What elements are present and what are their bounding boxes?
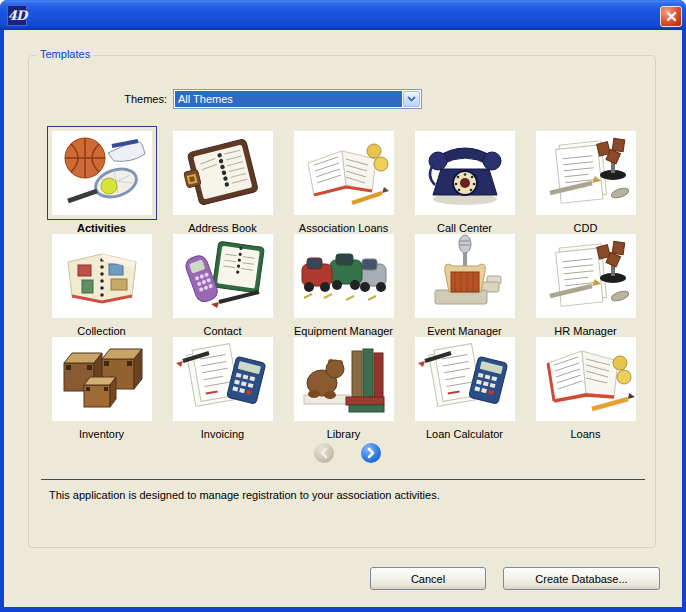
template-tile-loan-calculator[interactable]: Loan Calculator [404, 332, 525, 435]
app-logo-text: 4D [8, 8, 26, 23]
collection-thumbnail-icon [52, 234, 152, 318]
template-tile-loans[interactable]: Loans [525, 332, 646, 435]
selection-frame [289, 332, 399, 426]
template-tile-contact[interactable]: Contact [162, 229, 283, 332]
call-center-thumbnail-icon [415, 131, 515, 215]
contact-thumbnail-icon [173, 234, 273, 318]
selection-frame [410, 229, 520, 323]
template-tile-inventory[interactable]: Inventory [41, 332, 162, 435]
template-description: This application is designed to manage r… [49, 489, 643, 501]
template-grid: Activities [41, 126, 646, 435]
template-tile-equipment-manager[interactable]: Equipment Manager [283, 229, 404, 332]
template-tile-address-book[interactable]: Address Book [162, 126, 283, 229]
invoicing-thumbnail-icon [173, 337, 273, 421]
selection-frame [531, 332, 641, 426]
chevron-down-icon [407, 96, 416, 102]
template-label: Loans [571, 428, 601, 440]
selection-frame [47, 229, 157, 323]
template-label: Library [327, 428, 361, 440]
template-tile-activities[interactable]: Activities [41, 126, 162, 229]
chevron-left-icon [319, 447, 329, 459]
inventory-thumbnail-icon [52, 337, 152, 421]
selection-frame [289, 126, 399, 220]
close-icon [666, 11, 677, 22]
address-book-thumbnail-icon [173, 131, 273, 215]
selection-frame [168, 229, 278, 323]
selection-frame [531, 126, 641, 220]
selection-frame [168, 126, 278, 220]
divider [41, 479, 645, 480]
selection-frame [410, 332, 520, 426]
loan-calculator-thumbnail-icon [415, 337, 515, 421]
templates-group-label: Templates [36, 48, 94, 60]
template-tile-library[interactable]: Library [283, 332, 404, 435]
cancel-button[interactable]: Cancel [370, 567, 486, 590]
template-tile-call-center[interactable]: Call Center [404, 126, 525, 229]
template-tile-cdd[interactable]: CDD [525, 126, 646, 229]
template-label: Loan Calculator [426, 428, 503, 440]
loans-thumbnail-icon [536, 337, 636, 421]
event-manager-thumbnail-icon [415, 234, 515, 318]
template-tile-hr-manager[interactable]: HR Manager [525, 229, 646, 332]
hr-manager-thumbnail-icon [536, 234, 636, 318]
equipment-manager-thumbnail-icon [294, 234, 394, 318]
template-tile-collection[interactable]: Collection [41, 229, 162, 332]
templates-dialog-window: 4D Templates Themes: All Themes [0, 0, 686, 612]
selection-frame [531, 229, 641, 323]
create-database-button[interactable]: Create Database... [503, 567, 660, 590]
selection-frame [289, 229, 399, 323]
themes-label: Themes: [89, 93, 167, 105]
templates-groupbox: Templates Themes: All Themes [28, 55, 656, 548]
next-page-button[interactable] [361, 443, 381, 463]
dropdown-arrow-button[interactable] [403, 91, 420, 107]
association-loans-thumbnail-icon [294, 131, 394, 215]
chevron-right-icon [366, 447, 376, 459]
themes-dropdown[interactable]: All Themes [173, 89, 422, 109]
selection-frame [168, 332, 278, 426]
dialog-body: Templates Themes: All Themes [4, 30, 682, 607]
template-label: Inventory [79, 428, 124, 440]
cdd-thumbnail-icon [536, 131, 636, 215]
template-tile-association-loans[interactable]: Association Loans [283, 126, 404, 229]
library-thumbnail-icon [294, 337, 394, 421]
themes-selected-value: All Themes [175, 91, 402, 107]
template-tile-invoicing[interactable]: Invoicing [162, 332, 283, 435]
activities-thumbnail-icon [52, 131, 152, 215]
template-label: Invoicing [201, 428, 244, 440]
selection-frame [47, 332, 157, 426]
selection-frame [410, 126, 520, 220]
4d-logo-icon: 4D [7, 5, 27, 26]
selection-frame [47, 126, 157, 220]
close-button[interactable] [660, 6, 682, 27]
title-bar[interactable]: 4D [0, 0, 686, 30]
previous-page-button[interactable] [314, 443, 334, 463]
template-tile-event-manager[interactable]: Event Manager [404, 229, 525, 332]
